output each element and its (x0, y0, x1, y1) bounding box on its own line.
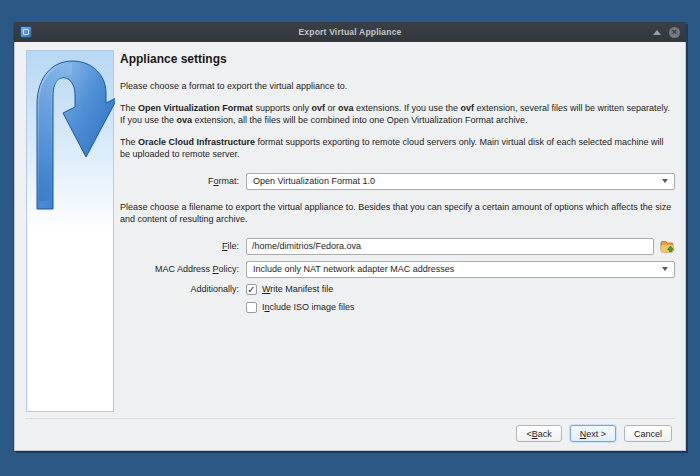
format-label: Format: (118, 176, 246, 186)
include-iso-label[interactable]: Include ISO image files (262, 302, 355, 312)
intro-text: Please choose a format to export the vir… (120, 80, 673, 93)
additionally-label: Additionally: (118, 284, 246, 294)
shade-icon[interactable] (653, 30, 661, 35)
export-arrow-graphic (27, 51, 115, 231)
write-manifest-checkbox[interactable]: ✓ (246, 284, 257, 295)
mac-address-policy-label: MAC Address Policy: (118, 264, 246, 274)
cancel-button[interactable]: Cancel (624, 425, 672, 442)
format-combobox[interactable]: Open Virtualization Format 1.0 (246, 173, 675, 190)
choose-file-button[interactable] (658, 238, 675, 255)
dialog-body: Appliance settings Please choose a forma… (14, 42, 686, 451)
button-bar: < Back Next > Cancel (516, 425, 672, 442)
chevron-down-icon (662, 179, 668, 183)
folder-icon (660, 240, 674, 253)
wizard-content: Appliance settings Please choose a forma… (118, 50, 675, 320)
wizard-image-panel (26, 50, 114, 412)
file-path-input[interactable] (246, 238, 654, 255)
oci-format-description: The Oracle Cloud Infrastructure format s… (120, 136, 673, 161)
desktop: { "colors": { "desktop_bg": "#2c5885", "… (0, 0, 700, 476)
include-iso-checkbox[interactable] (246, 302, 257, 313)
footer-separator (25, 418, 675, 419)
filename-description: Please choose a filename to export the v… (120, 201, 673, 226)
titlebar[interactable]: Export Virtual Appliance × (14, 22, 686, 42)
close-icon[interactable]: × (669, 27, 680, 38)
mac-address-policy-value: Include only NAT network adapter MAC add… (253, 264, 454, 274)
window-title: Export Virtual Appliance (14, 27, 686, 37)
mac-address-policy-combobox[interactable]: Include only NAT network adapter MAC add… (246, 261, 675, 278)
export-appliance-dialog: Export Virtual Appliance × (14, 22, 686, 451)
format-value: Open Virtualization Format 1.0 (253, 176, 375, 186)
page-title: Appliance settings (120, 52, 675, 66)
ovf-format-description: The Open Virtualization Format supports … (120, 102, 673, 127)
virtualbox-icon (20, 26, 32, 38)
chevron-down-icon (662, 267, 668, 271)
file-label: File: (118, 241, 246, 251)
back-button[interactable]: < Back (516, 425, 561, 442)
next-button[interactable]: Next > (570, 425, 616, 442)
write-manifest-label[interactable]: Write Manifest file (262, 284, 333, 294)
